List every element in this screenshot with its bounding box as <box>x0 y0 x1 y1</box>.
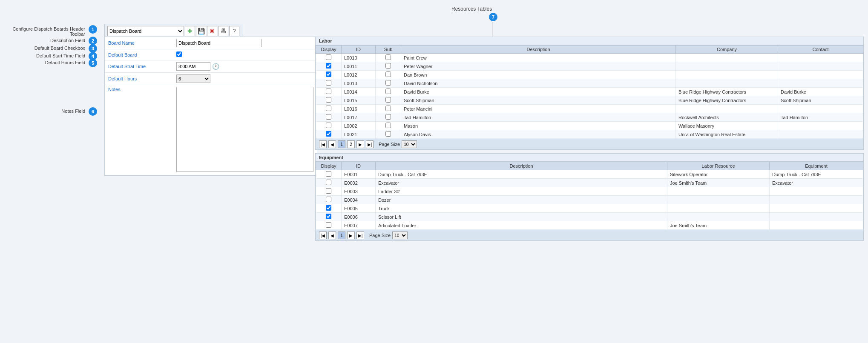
equip-id: E0005 <box>342 204 376 213</box>
equip-description: Dozer <box>376 196 667 204</box>
notes-textarea[interactable] <box>176 87 313 172</box>
equip-display-cb[interactable] <box>326 214 331 219</box>
equip-equipment <box>770 196 863 204</box>
labor-display-cb[interactable] <box>326 80 331 86</box>
equip-page-1[interactable]: 1 <box>338 232 345 239</box>
labor-company: Wallace Masonry <box>676 122 778 130</box>
badge-1: 1 <box>89 25 97 34</box>
labor-row: L0013 David Nicholson <box>316 79 863 88</box>
badge-5: 5 <box>89 59 97 67</box>
default-board-value <box>176 51 313 58</box>
equipment-table: Display ID Description Labor Resource Eq… <box>316 162 863 230</box>
labor-id: L0002 <box>342 122 376 130</box>
labor-prev-page[interactable]: ◀ <box>328 140 336 148</box>
labor-table: Display ID Sub Description Company Conta… <box>316 45 863 139</box>
labor-description: David Nicholson <box>401 79 676 88</box>
default-board-checkbox[interactable] <box>176 51 182 57</box>
equip-description: Scissor Lift <box>376 213 667 221</box>
equip-first-page[interactable]: |◀ <box>319 232 327 239</box>
labor-sub-cb[interactable] <box>385 54 391 60</box>
labor-page-size-label: Page Size <box>379 142 400 147</box>
equip-id: E0002 <box>342 179 376 187</box>
default-board-label: Default Board <box>108 52 176 57</box>
equip-description: Articulated Loader <box>376 221 667 230</box>
labor-display-cb[interactable] <box>326 114 331 120</box>
labor-sub-cb[interactable] <box>385 131 391 137</box>
labor-display-cb[interactable] <box>326 131 331 137</box>
board-dropdown[interactable]: Dispatch Board <box>107 26 184 36</box>
labor-sub-cb[interactable] <box>385 80 391 86</box>
labor-company: Univ. of Washington Real Estate <box>676 130 778 139</box>
labor-company: Blue Ridge Highway Contractors <box>676 96 778 105</box>
labor-page-size-select[interactable]: 10 25 50 <box>402 140 417 148</box>
equipment-section: Equipment Display ID Description Labor R… <box>315 153 864 241</box>
labor-id: L0016 <box>342 105 376 113</box>
labor-company: Rockwell Architects <box>676 113 778 122</box>
labor-display-cb[interactable] <box>326 89 331 94</box>
equip-id: E0001 <box>342 170 376 179</box>
labor-col-id: ID <box>342 46 376 54</box>
labor-display-cb[interactable] <box>326 123 331 128</box>
ann-label-4: Default Start Time Field <box>0 53 85 58</box>
default-start-time-input[interactable] <box>176 62 210 71</box>
labor-last-page[interactable]: ▶| <box>366 140 374 148</box>
delete-button[interactable]: ✖ <box>207 26 217 36</box>
labor-sub-cb[interactable] <box>385 106 391 111</box>
equip-display-cb[interactable] <box>326 188 331 194</box>
labor-sub-cb[interactable] <box>385 97 391 103</box>
labor-row: L0021 Alyson Davis Univ. of Washington R… <box>316 130 863 139</box>
labor-display-cb[interactable] <box>326 63 331 69</box>
equip-last-page[interactable]: ▶| <box>356 232 364 239</box>
labor-first-page[interactable]: |◀ <box>319 140 327 148</box>
labor-display-cb[interactable] <box>326 106 331 111</box>
equip-row: E0005 Truck <box>316 204 863 213</box>
labor-row: L0010 Paint Crew <box>316 54 863 62</box>
equip-page-size-select[interactable]: 10 25 50 <box>392 232 408 239</box>
equip-prev-page[interactable]: ◀ <box>328 232 336 239</box>
help-button[interactable]: ? <box>229 26 239 36</box>
labor-next-page[interactable]: ▶ <box>356 140 364 148</box>
labor-id: L0014 <box>342 88 376 96</box>
labor-display-cb[interactable] <box>326 54 331 60</box>
save-button[interactable]: 💾 <box>196 26 206 36</box>
equip-next-page[interactable]: ▶ <box>347 232 355 239</box>
labor-sub-cb[interactable] <box>385 123 391 128</box>
labor-display-cb[interactable] <box>326 97 331 103</box>
labor-sub-cb[interactable] <box>385 71 391 77</box>
add-button[interactable]: ✚ <box>185 26 195 36</box>
labor-page-1[interactable]: 1 <box>338 140 345 148</box>
equip-labor-resource <box>667 213 770 221</box>
equip-col-equipment: Equipment <box>770 162 863 170</box>
equip-display-cb[interactable] <box>326 180 331 185</box>
labor-description: David Burke <box>401 88 676 96</box>
labor-page-2[interactable]: 2 <box>347 140 355 148</box>
labor-description: Tad Hamilton <box>401 113 676 122</box>
labor-sub-cb[interactable] <box>385 63 391 69</box>
print-button[interactable]: 🖶 <box>218 26 228 36</box>
labor-section-header: Labor <box>316 37 863 45</box>
labor-col-display: Display <box>316 46 342 54</box>
equip-display-cb[interactable] <box>326 205 331 211</box>
default-hours-row: Default Hours 6 7 8 <box>105 73 317 85</box>
badge-2: 2 <box>89 37 97 45</box>
labor-sub-cb[interactable] <box>385 114 391 120</box>
equip-col-id: ID <box>342 162 376 170</box>
board-name-input[interactable] <box>176 39 262 47</box>
labor-description: Peter Mancini <box>401 105 676 113</box>
labor-sub-cb[interactable] <box>385 89 391 94</box>
labor-display-cb[interactable] <box>326 71 331 77</box>
equip-labor-resource: Sitework Operator <box>667 170 770 179</box>
default-hours-select[interactable]: 6 7 8 <box>176 74 210 83</box>
equip-display-cb[interactable] <box>326 171 331 177</box>
labor-id: L0013 <box>342 79 376 88</box>
labor-row: L0011 Peter Wagner <box>316 62 863 71</box>
labor-col-sub: Sub <box>376 46 401 54</box>
labor-id: L0012 <box>342 71 376 79</box>
equip-display-cb[interactable] <box>326 222 331 228</box>
equip-display-cb[interactable] <box>326 197 331 202</box>
labor-col-description: Description <box>401 46 676 54</box>
badge-6: 6 <box>89 107 97 116</box>
equip-equipment <box>770 187 863 196</box>
labor-contact <box>778 105 863 113</box>
labor-id: L0021 <box>342 130 376 139</box>
